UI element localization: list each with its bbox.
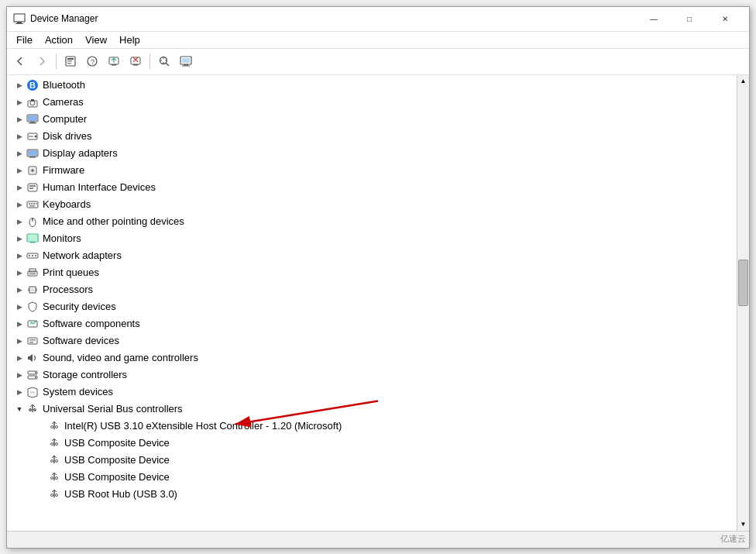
chevron-usb-root-hub[interactable]	[35, 488, 47, 501]
svg-rect-60	[31, 287, 35, 291]
chevron-cameras[interactable]: ▶	[13, 96, 26, 108]
chevron-computer[interactable]: ▶	[13, 113, 26, 126]
chevron-usb-composite-3[interactable]	[35, 471, 47, 483]
menu-help[interactable]: Help	[113, 33, 146, 47]
svg-rect-26	[29, 122, 36, 123]
chevron-usb-controllers[interactable]: ▼	[13, 403, 26, 415]
tree-item-display-adapters[interactable]: ▶Display adapters	[7, 145, 737, 162]
chevron-print-queues[interactable]: ▶	[13, 267, 26, 279]
tree-item-mice[interactable]: ▶Mice and other pointing devices	[7, 213, 737, 230]
icon-usb-root-hub	[47, 487, 61, 501]
chevron-usb-composite-1[interactable]	[35, 437, 47, 449]
minimize-button[interactable]: —	[636, 6, 672, 31]
chevron-software-components[interactable]: ▶	[13, 318, 26, 330]
chevron-display-adapters[interactable]: ▶	[13, 147, 26, 160]
icon-computer	[26, 112, 40, 126]
svg-rect-16	[184, 64, 188, 66]
scroll-down-button[interactable]: ▼	[737, 518, 750, 531]
svg-rect-2	[15, 23, 23, 24]
chevron-monitors[interactable]: ▶	[13, 232, 26, 245]
toolbar-separator-2	[149, 53, 150, 69]
svg-rect-68	[29, 342, 33, 343]
svg-rect-45	[29, 205, 35, 207]
svg-rect-22	[28, 101, 37, 107]
icon-usb-host	[47, 419, 61, 433]
tree-item-usb-controllers[interactable]: ▼Universal Serial Bus controllers	[7, 401, 737, 418]
tree-item-monitors[interactable]: ▶Monitors	[7, 230, 737, 247]
icon-usb-composite-2	[47, 453, 61, 467]
maximize-button[interactable]: □	[672, 6, 707, 31]
tree-item-usb-host[interactable]: Intel(R) USB 3.10 eXtensible Host Contro…	[7, 418, 737, 435]
tree-item-security-devices[interactable]: ▶Security devices	[7, 298, 737, 315]
tree-item-storage-controllers[interactable]: ▶Storage controllers	[7, 366, 737, 384]
svg-rect-10	[112, 64, 116, 66]
tree-item-usb-root-hub[interactable]: USB Root Hub (USB 3.0)	[7, 486, 737, 503]
svg-point-54	[32, 255, 33, 256]
icon-software-components	[26, 317, 40, 331]
tree-item-hid[interactable]: ▶Human Interface Devices	[7, 179, 737, 196]
scroll-up-button[interactable]: ▲	[737, 75, 750, 88]
chevron-sound-video[interactable]: ▶	[13, 352, 26, 364]
tree-item-bluetooth[interactable]: ▶BBluetooth	[7, 77, 737, 94]
close-button[interactable]: ✕	[707, 6, 743, 31]
tree-item-firmware[interactable]: ▶Firmware	[7, 162, 737, 179]
tree-item-sound-video[interactable]: ▶Sound, video and game controllers	[7, 349, 737, 366]
chevron-usb-host[interactable]	[35, 420, 47, 432]
scroll-track[interactable]	[737, 88, 749, 518]
window-title: Device Manager	[30, 13, 636, 24]
chevron-keyboards[interactable]: ▶	[13, 198, 26, 211]
tree-item-disk-drives[interactable]: ▶Disk drives	[7, 128, 737, 145]
chevron-network-adapters[interactable]: ▶	[13, 249, 26, 262]
monitor-button[interactable]	[176, 51, 196, 71]
tree-item-keyboards[interactable]: ▶Keyboards	[7, 196, 737, 213]
tree-item-network-adapters[interactable]: ▶Network adapters	[7, 247, 737, 264]
svg-rect-17	[182, 66, 190, 67]
tree-item-software-devices[interactable]: ▶Software devices	[7, 332, 737, 349]
label-firmware: Firmware	[43, 164, 84, 176]
chevron-system-devices[interactable]: ▶	[13, 386, 26, 398]
chevron-storage-controllers[interactable]: ▶	[13, 369, 26, 381]
chevron-security-devices[interactable]: ▶	[13, 301, 26, 313]
tree-item-print-queues[interactable]: ▶Print queues	[7, 264, 737, 281]
toolbar-separator-1	[56, 53, 57, 69]
tree-item-system-devices[interactable]: ▶System devices	[7, 384, 737, 401]
chevron-software-devices[interactable]: ▶	[13, 335, 26, 347]
chevron-firmware[interactable]: ▶	[13, 164, 26, 177]
svg-text:B: B	[29, 81, 36, 90]
label-software-devices: Software devices	[43, 335, 119, 346]
menu-file[interactable]: File	[10, 33, 39, 47]
menu-view[interactable]: View	[79, 33, 113, 47]
properties-button[interactable]	[60, 51, 81, 71]
tree-item-cameras[interactable]: ▶Cameras	[7, 94, 737, 111]
svg-point-78	[51, 425, 53, 428]
scrollbar[interactable]: ▲ ▼	[737, 75, 749, 531]
tree-item-usb-composite-1[interactable]: USB Composite Device	[7, 435, 737, 452]
help-button[interactable]: ?	[82, 51, 102, 71]
chevron-bluetooth[interactable]: ▶	[13, 79, 26, 91]
tree-item-software-components[interactable]: ▶Software components	[7, 315, 737, 332]
chevron-mice[interactable]: ▶	[13, 215, 26, 228]
svg-point-55	[35, 255, 36, 256]
svg-rect-27	[28, 115, 37, 121]
label-usb-host: Intel(R) USB 3.10 eXtensible Host Contro…	[64, 420, 342, 432]
uninstall-button[interactable]	[125, 51, 146, 71]
label-computer: Computer	[43, 113, 87, 125]
tree-item-usb-composite-2[interactable]: USB Composite Device	[7, 452, 737, 469]
forward-button[interactable]	[32, 51, 52, 71]
chevron-usb-composite-2[interactable]	[35, 454, 47, 466]
back-button[interactable]	[10, 51, 30, 71]
chevron-processors[interactable]: ▶	[13, 284, 26, 296]
scan-button[interactable]	[154, 51, 174, 71]
label-print-queues: Print queues	[43, 267, 99, 278]
chevron-disk-drives[interactable]: ▶	[13, 130, 26, 143]
scroll-thumb[interactable]	[738, 260, 748, 306]
label-usb-composite-3: USB Composite Device	[64, 471, 170, 483]
svg-rect-33	[28, 150, 37, 156]
chevron-hid[interactable]: ▶	[13, 181, 26, 194]
device-tree[interactable]: ▶BBluetooth▶Cameras▶Computer▶Disk drives…	[7, 75, 737, 531]
tree-item-computer[interactable]: ▶Computer	[7, 111, 737, 128]
tree-item-usb-composite-3[interactable]: USB Composite Device	[7, 469, 737, 486]
update-driver-button[interactable]	[104, 51, 124, 71]
tree-item-processors[interactable]: ▶Processors	[7, 281, 737, 298]
menu-action[interactable]: Action	[39, 33, 79, 47]
